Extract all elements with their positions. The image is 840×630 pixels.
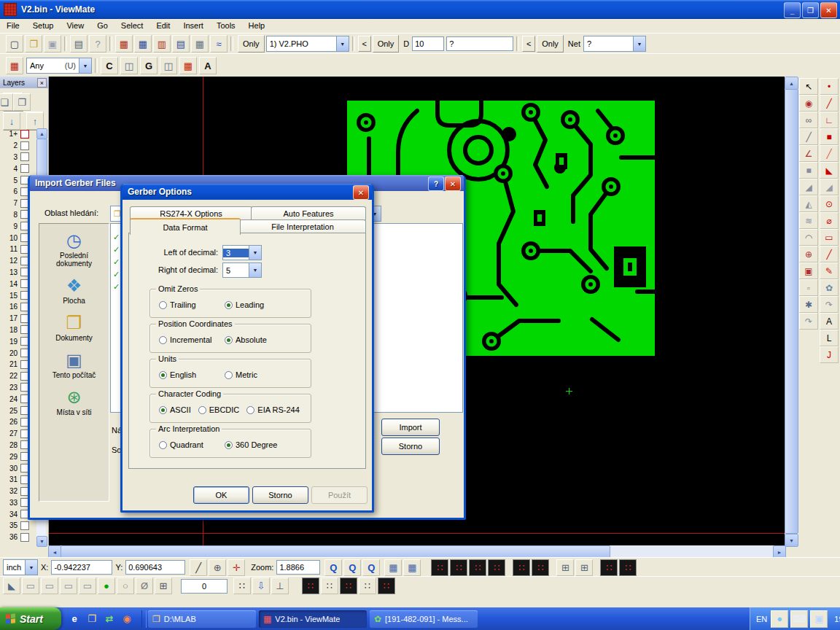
gerber-dialog-titlebar[interactable]: Gerber Options ✕	[122, 184, 372, 200]
film-neg-icon-2[interactable]: ∷	[450, 559, 467, 576]
pattern-icon-5[interactable]: ∷	[378, 578, 395, 594]
y-coordinate-field[interactable]: 0.690643	[125, 560, 185, 575]
layer-visible-checkbox[interactable]	[20, 141, 29, 150]
layers-panel-header[interactable]: Layers ×	[0, 77, 48, 88]
tab-file-interpretation[interactable]: File Interpretation	[239, 219, 366, 233]
film-neg-icon-8[interactable]: ∷	[619, 559, 637, 576]
canvas-hscrollbar[interactable]: ◄ ►	[48, 545, 785, 557]
draw-line-icon[interactable]: ╱	[820, 95, 839, 112]
diameter-icon[interactable]: Ø	[136, 578, 153, 594]
context-help-icon[interactable]: ?	[89, 35, 106, 52]
draw-obround-icon[interactable]: ▭	[820, 229, 839, 246]
radio-eia-rs244[interactable]: EIA RS-244	[246, 405, 299, 414]
grid-icon[interactable]: ▦	[384, 559, 402, 576]
film-ruler-icon[interactable]: ▥	[153, 35, 171, 52]
only-net-toggle[interactable]: Only	[537, 35, 564, 52]
print-icon[interactable]: ▤	[70, 35, 88, 52]
film-blue-icon[interactable]: ▦	[134, 35, 152, 52]
film-neg-icon-1[interactable]: ∷	[431, 559, 448, 576]
board-select-icon[interactable]: ▦	[6, 57, 23, 74]
import-button[interactable]: Import	[381, 419, 440, 436]
corner-measure-icon[interactable]: ◣	[3, 578, 20, 594]
import-cancel-button[interactable]: Storno	[381, 438, 440, 455]
fit-view-icon[interactable]: ⊞	[556, 559, 574, 576]
shape-icon-4[interactable]: ▭	[79, 578, 96, 594]
filled-rect-icon[interactable]: ■	[799, 162, 818, 179]
close-icon[interactable]: ✕	[445, 176, 461, 191]
network-tray-icon[interactable]: ▣	[810, 610, 828, 628]
shape-icon-1[interactable]: ▭	[22, 578, 39, 594]
layer-copy-icon[interactable]: ❐	[13, 93, 31, 111]
clock[interactable]: 19:47	[834, 615, 840, 623]
flower-gear-icon[interactable]: ✿	[820, 279, 839, 296]
place-my-computer[interactable]: ▣Tento počítač	[43, 349, 106, 379]
shape-icon-2[interactable]: ▭	[41, 578, 58, 594]
layer-filter-combo[interactable]: Any (U) ▼	[26, 58, 92, 74]
zoom-field[interactable]: 1.8866	[276, 560, 320, 575]
radio-incremental[interactable]: Incremental	[159, 335, 225, 344]
shape-icon-3[interactable]: ▭	[60, 578, 77, 594]
dcode-select-icon[interactable]: ◉	[799, 95, 818, 112]
close-icon[interactable]: ✕	[353, 185, 369, 200]
arc-icon[interactable]: ◠	[799, 229, 818, 246]
place-recent-documents[interactable]: ◷Poslední dokumenty	[43, 230, 106, 268]
film-neg-icon-7[interactable]: ∷	[600, 559, 618, 576]
measure-diagonal-icon[interactable]: ╱	[190, 559, 207, 576]
menu-go[interactable]: Go	[90, 19, 114, 33]
draw-corner-icon[interactable]: ∟	[820, 112, 839, 128]
close-button[interactable]: ✕	[820, 2, 837, 18]
text-a-icon[interactable]: A	[820, 313, 839, 330]
units-combo[interactable]: inch ▼	[3, 559, 38, 575]
film-neg-icon-4[interactable]: ∷	[488, 559, 505, 576]
browser-icon[interactable]: ◉	[120, 612, 134, 626]
minimize-button[interactable]: _	[784, 2, 801, 18]
draw-triangle-icon[interactable]: ◣	[820, 162, 839, 179]
chevron-down-icon[interactable]: ▼	[79, 58, 91, 73]
film-red-icon[interactable]: ▦	[115, 35, 133, 52]
radio-leading[interactable]: Leading	[225, 300, 264, 309]
move-layer-down-icon[interactable]: ↓	[3, 112, 20, 130]
menu-setup[interactable]: Setup	[26, 19, 61, 33]
help-icon[interactable]: ?	[428, 176, 444, 191]
tab-data-format[interactable]: Data Format	[130, 218, 241, 235]
open-folder-icon[interactable]: ❐	[25, 35, 42, 52]
rotate-icon[interactable]: ↷	[799, 313, 818, 330]
chevron-down-icon[interactable]: ▼	[25, 560, 37, 575]
place-network[interactable]: ⊛Místa v síti	[43, 386, 106, 416]
draw-slope-icon[interactable]: ◢	[820, 179, 839, 195]
polyline-icon[interactable]: ∠	[799, 145, 818, 162]
only-dcode-toggle[interactable]: Only	[373, 35, 400, 52]
film-grid-icon[interactable]: ▤	[172, 35, 190, 52]
layer-row[interactable]: 2	[1, 140, 36, 152]
explorer-icon[interactable]: ❐	[85, 612, 99, 626]
apply-button[interactable]: Použít	[311, 486, 368, 504]
draw-ellipse-icon[interactable]: ⌀	[820, 212, 839, 229]
radio-english[interactable]: English	[159, 370, 225, 379]
scroll-up-icon[interactable]: ▲	[36, 128, 47, 139]
pad-icon[interactable]: ▣	[799, 262, 818, 279]
trace-pair-icon[interactable]: ∞	[799, 112, 818, 128]
lamp-icon[interactable]: ○	[117, 578, 134, 594]
draw-circle-icon[interactable]: ⊙	[820, 195, 839, 212]
grid-small-icon[interactable]: ⊞	[155, 578, 172, 594]
prev-net-button[interactable]: <	[522, 36, 535, 52]
step-value-field[interactable]: 0	[181, 579, 228, 594]
chevron-down-icon[interactable]: ▼	[336, 36, 349, 51]
dot-grid-icon[interactable]: ∷	[233, 578, 251, 594]
new-file-icon[interactable]: ▢	[6, 35, 23, 52]
pointer-icon[interactable]: ↖	[799, 78, 818, 95]
draw-diagonal-icon[interactable]: ╱	[820, 145, 839, 162]
chart-icon[interactable]: ≈	[210, 35, 228, 52]
wave-icon[interactable]: ≋	[799, 212, 818, 229]
move-layer-up-icon[interactable]: ↑	[26, 112, 44, 130]
mirror-icon[interactable]: ◭	[799, 195, 818, 212]
draw-thin-line-icon[interactable]: ╱	[820, 246, 839, 262]
language-indicator[interactable]: EN	[756, 615, 767, 623]
film-neg-icon-3[interactable]: ∷	[469, 559, 486, 576]
only-file-toggle[interactable]: Only	[238, 35, 265, 52]
chevron-down-icon[interactable]: ▼	[249, 246, 261, 260]
dcode-filter-field[interactable]: ?	[446, 36, 513, 51]
film-neg-icon-5[interactable]: ∷	[513, 559, 530, 576]
radio-ascii[interactable]: ASCII	[159, 405, 191, 414]
crosshair-icon[interactable]: ✛	[228, 559, 245, 576]
